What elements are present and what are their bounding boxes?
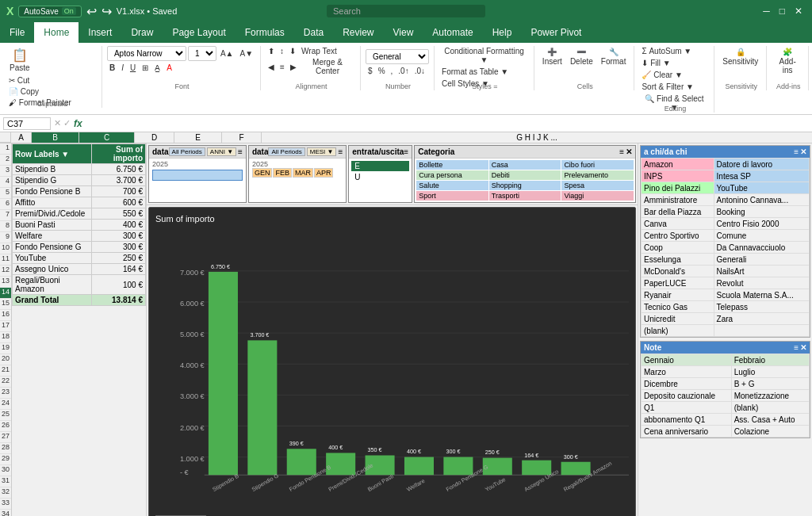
- tab-formulas[interactable]: Formulas: [236, 22, 294, 43]
- close-button[interactable]: ✕: [791, 6, 806, 17]
- year-2025-label[interactable]: 2025: [152, 160, 243, 168]
- cat-trasporti[interactable]: Trasporti: [489, 191, 561, 201]
- data-slicer-months-filter-icon[interactable]: ≡: [338, 147, 343, 156]
- bar-fondo-pensione-b[interactable]: [287, 449, 316, 475]
- col-header-B[interactable]: B: [32, 132, 79, 143]
- redo-button[interactable]: ↪: [102, 4, 112, 19]
- month-feb[interactable]: FEB: [273, 168, 292, 178]
- tab-automate[interactable]: Automate: [423, 22, 482, 43]
- entrata-item-U[interactable]: U: [351, 172, 409, 182]
- pivot-row-8[interactable]: YouTube250 €: [13, 253, 146, 264]
- align-top-button[interactable]: ⬆: [266, 46, 277, 56]
- pivot-row-9[interactable]: Assegno Unico164 €: [13, 264, 146, 275]
- data-slicer-months-mesi[interactable]: MESI ▼: [307, 147, 337, 156]
- cat-spesa[interactable]: Spesa: [561, 181, 634, 190]
- decrease-font-button[interactable]: A▼: [238, 48, 256, 59]
- chart-container[interactable]: Sum of importo 7.000 € 6.000 € 5.000 € 4…: [148, 207, 636, 516]
- note-filter-icon[interactable]: ≡: [794, 343, 799, 352]
- sensitivity-button[interactable]: 🔒 Sensitivity: [719, 46, 761, 67]
- bold-button[interactable]: B: [107, 63, 117, 73]
- autosum-button[interactable]: Σ AutoSum ▼: [639, 46, 709, 56]
- tab-home[interactable]: Home: [34, 22, 79, 43]
- chi-row-pino[interactable]: Pino dei Palazzi YouTube: [642, 182, 810, 194]
- note-row-gen[interactable]: GennaioFebbraio: [642, 354, 810, 366]
- col-header-E[interactable]: E: [174, 132, 222, 143]
- cut-button[interactable]: ✂ Cut: [6, 75, 74, 86]
- cat-bollette[interactable]: Bollette: [416, 160, 488, 170]
- note-row-mar[interactable]: MarzoLuglio: [642, 366, 810, 378]
- chi-row-amazon[interactable]: Amazon Datore di lavoro: [642, 159, 810, 170]
- paste-button[interactable]: 📋 Paste: [6, 46, 33, 74]
- undo-button[interactable]: ↩: [86, 4, 97, 19]
- bar-stipendio-b[interactable]: [209, 272, 238, 475]
- bar-stipendio-g[interactable]: [247, 340, 277, 475]
- chi-da-chi-filter-icon[interactable]: ≡: [794, 147, 799, 156]
- percent-button[interactable]: %: [376, 66, 388, 76]
- font-name-select[interactable]: Aptos Narrow: [107, 46, 186, 61]
- copy-button[interactable]: 📄 Copy: [6, 86, 74, 97]
- font-color-button[interactable]: A: [164, 63, 174, 73]
- tab-draw[interactable]: Draw: [121, 22, 163, 43]
- pivot-row-1[interactable]: Stipendio G3.700 €: [13, 175, 146, 186]
- chi-row-paperluce[interactable]: PaperLUCERevolut: [642, 277, 810, 289]
- note-row-q1[interactable]: Q1(blank): [642, 402, 810, 414]
- pivot-row-0[interactable]: Stipendio B6.750 €: [13, 164, 146, 175]
- tab-insert[interactable]: Insert: [79, 22, 121, 43]
- chi-row-ryanair[interactable]: RyanairScuola Materna S.A...: [642, 289, 810, 301]
- number-format-select[interactable]: General: [366, 49, 429, 64]
- cell-ref-input[interactable]: [3, 117, 51, 130]
- chi-row-unicredit[interactable]: UnicreditZara: [642, 313, 810, 325]
- increase-decimal-button[interactable]: .0↑: [396, 66, 411, 76]
- chi-row-bar[interactable]: Bar della PiazzaBooking: [642, 206, 810, 218]
- month-apr[interactable]: APR: [314, 168, 334, 178]
- pivot-row-3[interactable]: Affitto600 €: [13, 197, 146, 208]
- col-header-C[interactable]: C: [79, 132, 135, 143]
- col-header-D[interactable]: D: [135, 132, 174, 143]
- chi-da-chi-clear-icon[interactable]: ✕: [800, 147, 806, 156]
- pivot-row-10[interactable]: Regali/Buoni Amazon100 €: [13, 275, 146, 295]
- col-header-F[interactable]: F: [222, 132, 262, 143]
- insert-button[interactable]: ➕ Insert: [539, 46, 565, 67]
- align-bottom-button[interactable]: ⬇: [287, 46, 298, 56]
- cat-cura-persona[interactable]: Cura persona: [416, 170, 488, 180]
- tab-page-layout[interactable]: Page Layout: [163, 22, 235, 43]
- note-row-dep[interactable]: Deposito cauzionaleMonetizzazione: [642, 390, 810, 402]
- tab-file[interactable]: File: [0, 22, 34, 43]
- data-slicer-months-all-periods[interactable]: All Periods: [268, 147, 304, 156]
- align-middle-button[interactable]: ↕: [278, 46, 286, 56]
- chi-row-centro[interactable]: Centro SportivoComune: [642, 230, 810, 242]
- col-header-A[interactable]: A: [11, 132, 32, 143]
- note-row-abb[interactable]: abbonamento Q1Ass. Casa + Auto: [642, 414, 810, 426]
- pivot-row-2[interactable]: Fondo Pensione B700 €: [13, 186, 146, 197]
- chi-row-canva[interactable]: CanvaCentro Fisio 2000: [642, 218, 810, 230]
- cat-salute[interactable]: Salute: [416, 181, 488, 190]
- cat-casa[interactable]: Casa: [489, 160, 561, 170]
- chi-row-mcdonalds[interactable]: McDonald'sNailsArt: [642, 266, 810, 277]
- bar-welfare[interactable]: [404, 457, 434, 476]
- cat-debiti[interactable]: Debiti: [489, 170, 561, 180]
- cat-cibo-fuori[interactable]: Cibo fuori: [561, 160, 634, 170]
- search-input[interactable]: [327, 5, 485, 17]
- data-slicer-years-all-periods[interactable]: All Periods: [169, 147, 205, 156]
- slicer-scrollbar[interactable]: [152, 182, 243, 187]
- decrease-decimal-button[interactable]: .0↓: [412, 66, 427, 76]
- delete-button[interactable]: ➖ Delete: [567, 46, 596, 67]
- note-clear-icon[interactable]: ✕: [800, 343, 806, 352]
- italic-button[interactable]: I: [119, 63, 126, 73]
- chi-row-esselunga[interactable]: EsselungaGenerali: [642, 254, 810, 266]
- pivot-row-7[interactable]: Fondo Pensione G300 €: [13, 242, 146, 253]
- pivot-row-5[interactable]: Buoni Pasti400 €: [13, 220, 146, 231]
- chi-row-inps[interactable]: INPS Intesa SP: [642, 170, 810, 182]
- month-gen[interactable]: GEN: [252, 168, 273, 178]
- note-row-dic[interactable]: DicembreB + G: [642, 378, 810, 390]
- underline-button[interactable]: U: [128, 63, 138, 73]
- minimize-button[interactable]: ─: [760, 6, 773, 17]
- sort-filter-button[interactable]: Sort & Filter ▼: [639, 82, 709, 92]
- fill-color-button[interactable]: A̲: [152, 63, 163, 73]
- pivot-row-4[interactable]: Premi/Divid./Cedole550 €: [13, 208, 146, 220]
- data-slicer-years-filter-icon[interactable]: ≡: [238, 147, 243, 156]
- categoria-filter-icon[interactable]: ≡: [619, 147, 624, 156]
- note-row-cena[interactable]: Cena anniversarioColazione: [642, 426, 810, 438]
- wrap-text-button[interactable]: Wrap Text: [299, 46, 339, 56]
- clear-button[interactable]: 🧹 Clear ▼: [639, 70, 709, 80]
